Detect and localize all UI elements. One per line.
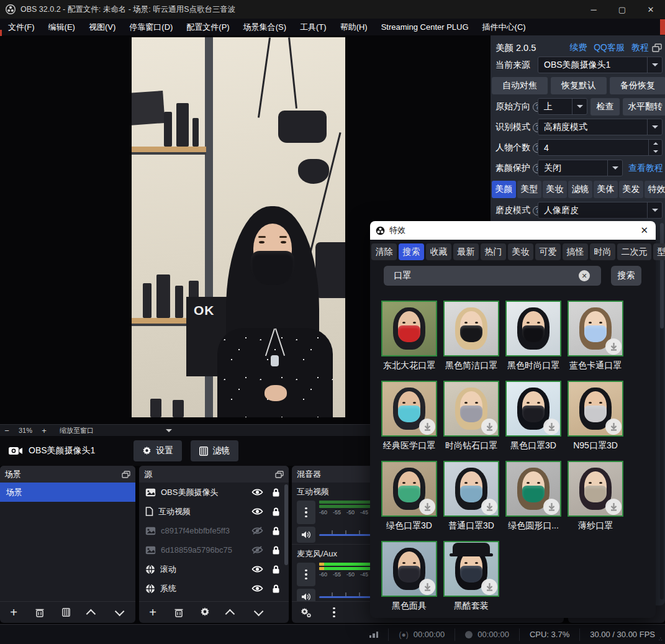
maximize-button[interactable]: ▢ xyxy=(608,0,636,19)
mute-button[interactable] xyxy=(297,527,315,543)
dock-float-icon[interactable] xyxy=(652,43,662,52)
effects-tab-7[interactable]: 搞怪 xyxy=(563,243,588,260)
menu-item-9[interactable]: 插件中心(C) xyxy=(476,19,533,35)
protect-select[interactable]: 关闭 xyxy=(538,160,623,176)
fit-to-window-select[interactable]: 缩放至窗口 xyxy=(60,426,94,435)
effect-item-9[interactable]: 普通口罩3D xyxy=(440,461,502,532)
effect-item-6[interactable]: 黑色口罩3D xyxy=(502,381,564,451)
beauty-panel-scrollbar[interactable] xyxy=(660,223,664,599)
effects-tab-4[interactable]: 热门 xyxy=(481,243,506,260)
toggle-visibility-button[interactable] xyxy=(251,584,263,592)
effect-item-3[interactable]: 蓝色卡通口罩 xyxy=(564,301,627,371)
spinner-arrows[interactable] xyxy=(648,140,662,155)
effects-tab-10[interactable]: 型男 xyxy=(653,243,665,260)
menu-item-6[interactable]: 工具(T) xyxy=(293,19,333,35)
lock-source-button[interactable] xyxy=(272,488,280,497)
menu-item-3[interactable]: 停靠窗口(D) xyxy=(122,19,179,35)
add-scene-button[interactable]: + xyxy=(7,606,20,619)
lock-source-button[interactable] xyxy=(272,584,280,593)
effect-item-2[interactable]: 黑色时尚口罩 xyxy=(502,301,564,371)
effect-item-7[interactable]: N95口罩3D xyxy=(564,381,627,451)
lock-source-button[interactable] xyxy=(272,527,280,535)
source-up-button[interactable] xyxy=(225,606,237,619)
menu-item-2[interactable]: 视图(V) xyxy=(82,19,122,35)
zoom-out-button[interactable]: − xyxy=(0,426,14,435)
effects-tab-3[interactable]: 最新 xyxy=(453,243,479,260)
effect-item-4[interactable]: 经典医学口罩 xyxy=(378,381,440,451)
effect-item-8[interactable]: 绿色口罩3D xyxy=(378,461,440,532)
lock-source-button[interactable] xyxy=(272,546,280,555)
menu-item-8[interactable]: Streaming Center PLUG xyxy=(374,19,476,35)
menu-item-5[interactable]: 场景集合(S) xyxy=(237,19,293,35)
skin-smooth-mode-select[interactable]: 人像磨皮 xyxy=(538,202,663,219)
lock-source-button[interactable] xyxy=(272,507,280,516)
popout-icon[interactable] xyxy=(122,471,130,478)
effect-item-10[interactable]: 绿色圆形口... xyxy=(502,461,564,532)
toggle-visibility-button[interactable] xyxy=(251,546,263,554)
mute-button[interactable] xyxy=(297,589,315,601)
minimize-button[interactable]: ─ xyxy=(579,0,608,19)
effect-item-12[interactable]: 黑色面具 xyxy=(378,541,440,612)
filters-button[interactable]: 滤镜 xyxy=(191,440,238,461)
beauty-action-button-2[interactable]: 备份恢复 xyxy=(610,77,665,94)
scene-down-button[interactable] xyxy=(112,606,124,619)
source-properties-button[interactable] xyxy=(199,606,211,619)
effects-tab-8[interactable]: 时尚 xyxy=(590,243,615,260)
menu-item-4[interactable]: 配置文件(P) xyxy=(179,19,236,35)
mixer-channel-menu-button[interactable] xyxy=(297,501,315,524)
beauty-tab-1[interactable]: 美型 xyxy=(517,181,541,198)
people-count-input[interactable]: 4 xyxy=(538,139,663,156)
beauty-tab-6[interactable]: 特效 xyxy=(645,181,665,198)
source-list-item-1[interactable]: 互动视频 xyxy=(139,502,289,521)
mixer-channel-menu-button[interactable] xyxy=(297,563,315,586)
effects-tab-5[interactable]: 美妆 xyxy=(508,243,533,260)
effects-tab-9[interactable]: 二次元 xyxy=(617,243,651,260)
toggle-visibility-button[interactable] xyxy=(251,507,263,515)
menu-item-1[interactable]: 编辑(E) xyxy=(42,19,82,35)
effect-item-5[interactable]: 时尚钻石口罩 xyxy=(440,381,502,451)
resize-grip[interactable]: ∴ xyxy=(659,636,663,642)
beauty-tab-0[interactable]: 美颜 xyxy=(492,181,516,198)
toggle-visibility-button[interactable] xyxy=(251,488,263,496)
source-list-item-5[interactable]: 系统 xyxy=(139,579,289,598)
source-list-item-4[interactable]: 滚动 xyxy=(139,560,289,579)
effect-item-11[interactable]: 薄纱口罩 xyxy=(564,461,627,532)
view-tutorial-link[interactable]: 查看教程 xyxy=(628,163,663,174)
beauty-action-button-1[interactable]: 恢复默认 xyxy=(551,77,607,94)
scene-up-button[interactable] xyxy=(86,606,98,619)
effects-search-input[interactable]: 口罩 xyxy=(384,266,601,286)
effect-item-0[interactable]: 东北大花口罩 xyxy=(378,301,440,371)
effect-item-13[interactable]: 黑酷套装 xyxy=(440,541,502,612)
lock-source-button[interactable] xyxy=(272,565,280,574)
fit-dropdown-caret[interactable] xyxy=(166,429,172,432)
mixer-menu-button[interactable] xyxy=(328,606,340,619)
close-button[interactable]: ✕ xyxy=(636,0,665,19)
flip-horizontal-button[interactable]: 水平翻转 xyxy=(623,98,665,116)
effect-item-1[interactable]: 黑色简洁口罩 xyxy=(440,301,502,371)
effects-tab-6[interactable]: 可爱 xyxy=(535,243,561,260)
source-down-button[interactable] xyxy=(251,606,263,619)
beauty-tab-2[interactable]: 美妆 xyxy=(543,181,567,198)
search-clear-icon[interactable]: ✕ xyxy=(579,270,590,281)
dialog-close-icon[interactable]: ✕ xyxy=(640,221,648,240)
source-list-item-2[interactable]: c8917f4ebbfbfe5ff3 xyxy=(139,521,289,540)
chevron-down-icon[interactable] xyxy=(647,202,662,218)
beauty-source-select[interactable]: OBS美颜摄像头1 xyxy=(538,57,663,73)
scene-filters-button[interactable] xyxy=(60,606,72,619)
source-list-item-3[interactable]: 6d18859a5796bc75 xyxy=(139,540,289,560)
source-list-item-0[interactable]: OBS美颜摄像头 xyxy=(139,483,289,502)
recognition-mode-select[interactable]: 高精度模式 xyxy=(538,119,663,135)
popout-icon[interactable] xyxy=(275,471,284,478)
menu-item-7[interactable]: 帮助(H) xyxy=(333,19,374,35)
menu-item-0[interactable]: 文件(F) xyxy=(1,19,42,35)
effects-tab-1[interactable]: 搜索 xyxy=(399,243,424,260)
zoom-in-button[interactable]: + xyxy=(37,426,51,435)
remove-scene-button[interactable] xyxy=(34,606,46,619)
effects-tab-2[interactable]: 收藏 xyxy=(426,243,451,260)
toggle-visibility-button[interactable] xyxy=(251,527,263,535)
remove-source-button[interactable] xyxy=(173,606,185,619)
chevron-down-icon[interactable] xyxy=(647,57,662,73)
effects-tab-0[interactable]: 清除 xyxy=(371,243,397,260)
settings-button[interactable]: 设置 xyxy=(133,440,182,461)
beauty-link-2[interactable]: 教程 xyxy=(631,42,649,53)
